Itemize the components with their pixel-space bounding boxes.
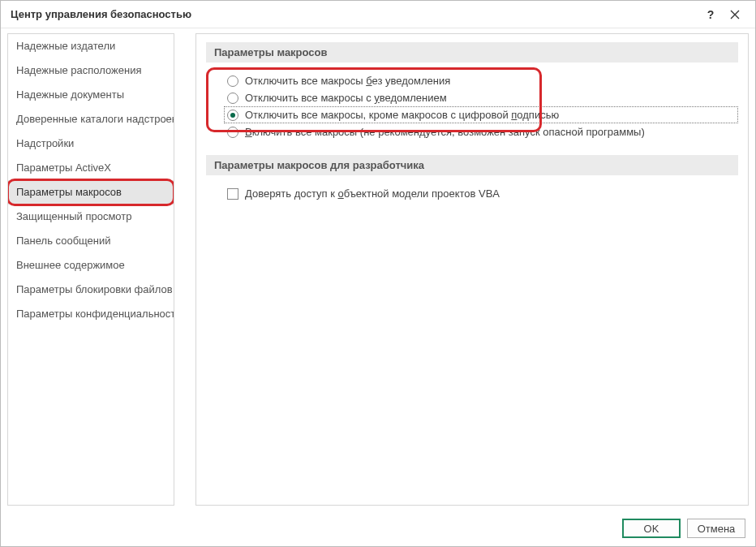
sidebar-item-activex[interactable]: Параметры ActiveX <box>8 156 174 180</box>
sidebar-item-label: Внешнее содержимое <box>16 259 125 271</box>
sidebar-item-trusted-locations[interactable]: Надежные расположения <box>8 58 174 83</box>
option-label: Доверять доступ к объектной модели проек… <box>245 187 500 200</box>
sidebar-item-macro-settings[interactable]: Параметры макросов <box>8 180 174 205</box>
option-label: Отключить все макросы с уведомлением <box>245 92 447 104</box>
sidebar-item-trusted-publishers[interactable]: Надежные издатели <box>8 34 174 58</box>
sidebar-item-label: Параметры ActiveX <box>16 162 111 174</box>
macro-options-group: Отключить все макросы без уведомления От… <box>224 72 738 140</box>
button-label: OK <box>644 523 659 535</box>
option-disable-except-signed[interactable]: Отключить все макросы, кроме макросов с … <box>224 106 738 123</box>
dialog-footer: OK Отмена <box>1 510 755 546</box>
sidebar-item-addins[interactable]: Надстройки <box>8 131 174 156</box>
sidebar-item-privacy[interactable]: Параметры конфиденциальности <box>8 302 174 326</box>
sidebar-item-external-content[interactable]: Внешнее содержимое <box>8 253 174 278</box>
ok-button[interactable]: OK <box>622 519 681 538</box>
sidebar-item-trusted-catalogs[interactable]: Доверенные каталоги надстроек <box>8 107 174 131</box>
radio-icon[interactable] <box>227 93 238 104</box>
radio-icon[interactable] <box>227 110 238 121</box>
sidebar-item-message-bar[interactable]: Панель сообщений <box>8 229 174 253</box>
option-disable-with-notice[interactable]: Отключить все макросы с уведомлением <box>224 89 738 106</box>
sidebar-item-file-block[interactable]: Параметры блокировки файлов <box>8 278 174 302</box>
dialog-body: Надежные издатели Надежные расположения … <box>1 28 755 510</box>
option-enable-all[interactable]: Включить все макросы (не рекомендуется, … <box>224 123 738 140</box>
sidebar-item-trusted-documents[interactable]: Надежные документы <box>8 83 174 107</box>
titlebar: Центр управления безопасностью ? <box>1 1 755 28</box>
option-label: Отключить все макросы без уведомления <box>245 75 450 87</box>
content-pane: Параметры макросов Отключить все макросы… <box>195 33 749 506</box>
radio-icon[interactable] <box>227 127 238 138</box>
sidebar-item-label: Параметры макросов <box>16 186 122 198</box>
sidebar-item-label: Надежные документы <box>16 88 124 101</box>
option-disable-no-notice[interactable]: Отключить все макросы без уведомления <box>224 72 738 89</box>
sidebar-item-label: Надежные расположения <box>16 64 142 76</box>
button-label: Отмена <box>698 523 736 535</box>
sidebar-item-label: Панель сообщений <box>16 235 111 247</box>
sidebar-item-label: Надежные издатели <box>16 40 115 52</box>
radio-icon[interactable] <box>227 75 238 87</box>
close-icon[interactable] <box>723 2 747 27</box>
help-icon[interactable]: ? <box>698 2 723 27</box>
sidebar-item-label: Защищенный просмотр <box>16 210 131 222</box>
sidebar-item-protected-view[interactable]: Защищенный просмотр <box>8 205 174 229</box>
checkbox-icon[interactable] <box>227 188 238 200</box>
sidebar-item-label: Надстройки <box>16 137 74 149</box>
option-trust-vba-model[interactable]: Доверять доступ к объектной модели проек… <box>224 185 738 202</box>
sidebar-item-label: Параметры конфиденциальности <box>16 308 174 320</box>
sidebar: Надежные издатели Надежные расположения … <box>7 33 174 506</box>
option-label: Отключить все макросы, кроме макросов с … <box>245 109 559 121</box>
group-header-macro-settings: Параметры макросов <box>206 42 738 62</box>
sidebar-item-label: Доверенные каталоги надстроек <box>16 113 174 125</box>
option-label: Включить все макросы (не рекомендуется, … <box>245 126 645 138</box>
group-header-developer-macro: Параметры макросов для разработчика <box>206 155 738 175</box>
trust-center-dialog: Центр управления безопасностью ? Надежны… <box>0 0 756 547</box>
sidebar-item-label: Параметры блокировки файлов <box>16 283 173 295</box>
window-title: Центр управления безопасностью <box>11 8 698 20</box>
cancel-button[interactable]: Отмена <box>687 519 745 538</box>
developer-options-group: Доверять доступ к объектной модели проек… <box>224 185 738 202</box>
